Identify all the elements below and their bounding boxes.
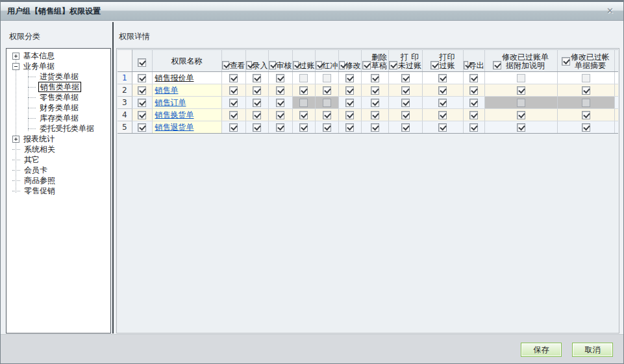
cell-checkbox[interactable] [469, 123, 478, 132]
perm-cell[interactable] [557, 109, 614, 121]
row-checkbox[interactable] [138, 74, 146, 82]
row-number[interactable]: 5 [118, 121, 132, 134]
column-checkbox[interactable] [316, 61, 322, 69]
perm-cell[interactable] [292, 109, 315, 121]
tree-item-label[interactable]: 委托受托类单据 [38, 124, 95, 133]
perm-cell[interactable] [315, 121, 338, 134]
table-row[interactable]: 2 销售单 [118, 84, 618, 97]
perm-cell[interactable] [484, 72, 557, 84]
plus-expander-icon[interactable] [12, 136, 19, 143]
cell-checkbox[interactable] [323, 86, 331, 95]
row-checkbox[interactable] [138, 123, 146, 132]
tree-item-retail-promo[interactable]: 零售促销 [6, 186, 110, 196]
column-checkbox[interactable] [246, 61, 252, 69]
cell-checkbox[interactable] [582, 86, 590, 95]
cell-checkbox[interactable] [345, 123, 354, 132]
cell-checkbox[interactable] [229, 123, 238, 132]
tree-item-purchase-docs[interactable]: 进货类单据 [6, 71, 110, 82]
perm-cell[interactable] [388, 109, 422, 121]
perm-cell[interactable] [463, 121, 484, 134]
perm-cell[interactable] [557, 84, 614, 97]
tree-item-sales-docs[interactable]: 销售类单据 [6, 82, 110, 92]
table-row[interactable]: 5 销售退货单 [118, 121, 618, 134]
select-all-checkbox[interactable] [138, 58, 146, 67]
cell-checkbox[interactable] [323, 111, 331, 119]
perm-cell[interactable] [245, 97, 268, 109]
perm-cell[interactable] [268, 72, 292, 84]
cell-checkbox[interactable] [517, 111, 525, 119]
cell-checkbox[interactable] [299, 123, 308, 132]
cell-checkbox[interactable] [401, 74, 410, 82]
cell-checkbox[interactable] [469, 111, 478, 119]
close-icon[interactable]: ✕ [606, 6, 614, 16]
row-checkbox[interactable] [138, 111, 146, 119]
column-checkbox[interactable] [269, 61, 276, 69]
cell-checkbox[interactable] [582, 111, 590, 119]
perm-cell[interactable] [268, 97, 292, 109]
row-number[interactable]: 3 [118, 97, 132, 109]
column-checkbox[interactable] [293, 61, 299, 69]
perm-cell[interactable] [557, 97, 614, 109]
cell-checkbox[interactable] [299, 99, 308, 107]
column-checkbox[interactable] [562, 57, 570, 66]
cell-checkbox[interactable] [371, 99, 379, 107]
perm-cell[interactable] [315, 72, 338, 84]
cell-checkbox[interactable] [299, 111, 308, 119]
cell-checkbox[interactable] [438, 74, 447, 82]
tree-item-label[interactable]: 零售类单据 [38, 93, 80, 102]
cell-checkbox[interactable] [469, 99, 478, 107]
perm-cell[interactable] [361, 97, 388, 109]
plus-expander-icon[interactable] [12, 53, 19, 60]
cell-checkbox[interactable] [323, 74, 331, 82]
perm-cell[interactable] [338, 72, 361, 84]
cell-checkbox[interactable] [517, 123, 525, 132]
perm-cell[interactable] [221, 121, 245, 134]
cell-checkbox[interactable] [517, 74, 525, 82]
cell-checkbox[interactable] [582, 99, 590, 107]
tree-item-label[interactable]: 报表统计 [22, 134, 56, 143]
table-row[interactable]: 3 销售订单 [118, 97, 618, 109]
permission-link[interactable]: 销售单 [155, 86, 179, 95]
perm-cell[interactable] [338, 97, 361, 109]
cell-checkbox[interactable] [401, 99, 410, 107]
perm-cell[interactable] [422, 109, 463, 121]
tree-item-report-stats[interactable]: 报表统计 [6, 134, 110, 144]
tree-item-inventory-docs[interactable]: 库存类单据 [6, 113, 110, 123]
cell-checkbox[interactable] [517, 99, 525, 107]
row-number[interactable]: 1 [118, 72, 132, 84]
perm-cell[interactable] [557, 72, 614, 84]
tree-item-other[interactable]: 其它 [6, 154, 110, 165]
perm-cell[interactable] [388, 97, 422, 109]
cell-checkbox[interactable] [371, 74, 379, 82]
cell-checkbox[interactable] [371, 123, 379, 132]
column-checkbox[interactable] [362, 61, 371, 69]
perm-cell[interactable] [245, 109, 268, 121]
perm-cell[interactable] [463, 72, 484, 84]
cell-checkbox[interactable] [582, 74, 590, 82]
cell-checkbox[interactable] [401, 123, 410, 132]
cell-checkbox[interactable] [253, 123, 261, 132]
column-checkbox[interactable] [339, 61, 345, 69]
tree-item-label[interactable]: 进货类单据 [38, 72, 80, 81]
perm-cell[interactable] [422, 97, 463, 109]
perm-cell[interactable] [338, 84, 361, 97]
perm-cell[interactable] [338, 121, 361, 134]
perm-cell[interactable] [557, 121, 614, 134]
tree-item-label[interactable]: 会员卡 [23, 165, 49, 175]
cell-checkbox[interactable] [469, 74, 478, 82]
perm-cell[interactable] [361, 72, 388, 84]
perm-cell[interactable] [388, 84, 422, 97]
tree-item-basic-info[interactable]: 基本信息 [6, 51, 110, 61]
tree-item-product-reference[interactable]: 商品参照 [6, 175, 110, 186]
row-checkbox[interactable] [138, 86, 146, 95]
cell-checkbox[interactable] [229, 86, 238, 95]
cell-checkbox[interactable] [438, 99, 447, 107]
perm-cell[interactable] [463, 97, 484, 109]
column-checkbox[interactable] [431, 61, 439, 69]
perm-cell[interactable] [315, 97, 338, 109]
cell-checkbox[interactable] [401, 111, 410, 119]
cell-checkbox[interactable] [401, 86, 410, 95]
row-number[interactable]: 2 [118, 84, 132, 97]
cell-checkbox[interactable] [517, 86, 525, 95]
tree-item-label[interactable]: 其它 [23, 155, 41, 164]
